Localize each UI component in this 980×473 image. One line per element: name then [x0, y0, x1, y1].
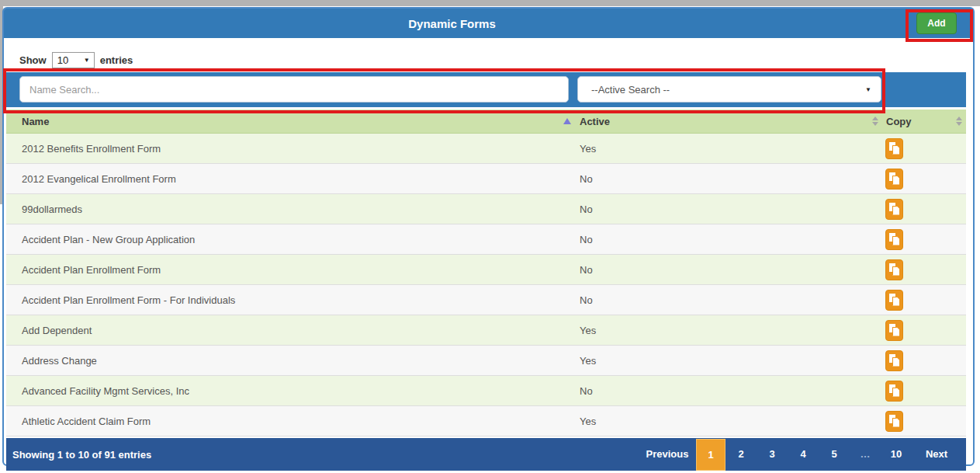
table-row: Advanced Facility Mgmt Services, Inc No	[6, 376, 966, 406]
page-size-select[interactable]: 10 ▼	[52, 52, 95, 68]
sort-unsorted-icon	[872, 117, 878, 126]
sort-unsorted-icon	[956, 117, 962, 126]
cell-active: No	[573, 194, 882, 224]
cell-form-name: 2012 Benefits Enrollment Form	[6, 134, 573, 164]
cell-copy	[882, 376, 966, 406]
pagination-item[interactable]: Next	[912, 438, 961, 471]
cell-copy	[882, 194, 966, 224]
pagination-item[interactable]: 3	[757, 438, 788, 471]
pagination-item[interactable]: 1	[696, 439, 725, 471]
active-search-selected-value: --Active Search --	[591, 84, 670, 96]
cell-form-name: Add Dependent	[6, 315, 573, 346]
cell-form-name: Advanced Facility Mgmt Services, Inc	[6, 376, 573, 406]
title-bar: Dynamic Forms Add	[4, 9, 973, 38]
show-entries-controls: Show 10 ▼ entries	[19, 51, 973, 68]
table-row: Accident Plan Enrollment Form - For Indi…	[6, 285, 966, 315]
table-row: 99dollarmeds No	[6, 194, 966, 224]
table-footer: Showing 1 to 10 of 91 entries Previous 1…	[6, 438, 966, 471]
cell-copy	[882, 255, 966, 285]
cell-active: Yes	[573, 315, 882, 346]
cell-active: Yes	[573, 134, 882, 164]
table-row: Accident Plan - New Group Application No	[6, 224, 966, 255]
pagination-item[interactable]: 10	[881, 438, 912, 471]
cell-active: Yes	[573, 346, 882, 376]
cell-copy	[882, 406, 966, 436]
cell-form-name: Athletic Accident Claim Form	[6, 406, 573, 436]
copy-button[interactable]	[885, 290, 903, 311]
cell-active: Yes	[573, 406, 882, 436]
entries-label: entries	[100, 54, 133, 66]
cell-copy	[882, 134, 966, 164]
dynamic-forms-panel: Dynamic Forms Add Show 10 ▼ entries --Ac…	[2, 7, 975, 466]
cell-form-name: 99dollarmeds	[6, 194, 573, 224]
forms-table: Name Active Copy 2012 Benefits Enrollmen…	[6, 110, 966, 436]
cell-copy	[882, 346, 966, 376]
copy-button[interactable]	[885, 259, 903, 280]
chevron-down-icon: ▼	[84, 57, 90, 64]
table-row: Athletic Accident Claim Form Yes	[6, 406, 966, 436]
pagination-item[interactable]: Previous	[639, 438, 696, 471]
copy-button[interactable]	[885, 320, 903, 341]
copy-button[interactable]	[885, 350, 903, 371]
pagination: Previous 1 2 3 4 5 … 10 Next	[639, 438, 966, 471]
column-header-copy[interactable]: Copy	[882, 110, 966, 134]
copy-button[interactable]	[885, 138, 903, 159]
cell-active: No	[573, 376, 882, 406]
column-header-active[interactable]: Active	[573, 110, 882, 134]
cell-copy	[882, 224, 966, 255]
cell-form-name: Accident Plan - New Group Application	[6, 224, 573, 255]
cell-form-name: Accident Plan Enrollment Form	[6, 255, 573, 285]
table-row: Address Change Yes	[6, 346, 966, 376]
cell-active: No	[573, 255, 882, 285]
pagination-item: …	[850, 438, 881, 471]
cell-form-name: 2012 Evangelical Enrollment Form	[6, 164, 573, 194]
table-row: Accident Plan Enrollment Form No	[6, 255, 966, 285]
cell-form-name: Address Change	[6, 346, 573, 376]
copy-button[interactable]	[885, 381, 903, 402]
table-row: Add Dependent Yes	[6, 315, 966, 346]
window-top-edge	[0, 0, 980, 6]
table-row: 2012 Benefits Enrollment Form Yes	[6, 134, 966, 164]
page-title: Dynamic Forms	[4, 17, 900, 30]
cell-copy	[882, 285, 966, 315]
table-body: 2012 Benefits Enrollment Form Yes 2012 E…	[6, 134, 966, 436]
name-search-input[interactable]	[19, 76, 569, 103]
table-header-row: Name Active Copy	[6, 110, 966, 134]
chevron-down-icon: ▼	[865, 86, 871, 93]
cell-form-name: Accident Plan Enrollment Form - For Indi…	[6, 285, 573, 315]
table-row: 2012 Evangelical Enrollment Form No	[6, 164, 966, 194]
sort-ascending-icon	[563, 118, 571, 124]
add-button[interactable]: Add	[916, 12, 956, 34]
copy-button[interactable]	[885, 229, 903, 250]
cell-active: No	[573, 285, 882, 315]
column-header-name[interactable]: Name	[6, 110, 573, 134]
search-bar: --Active Search -- ▼	[6, 72, 966, 107]
pagination-item[interactable]: 2	[725, 438, 757, 471]
title-bar-button-zone: Add	[900, 12, 973, 34]
show-label: Show	[19, 54, 47, 66]
pagination-item[interactable]: 4	[788, 438, 819, 471]
active-search-select[interactable]: --Active Search -- ▼	[577, 76, 881, 103]
cell-copy	[882, 315, 966, 346]
copy-button[interactable]	[885, 199, 903, 220]
entries-info: Showing 1 to 10 of 91 entries	[6, 449, 151, 461]
copy-button[interactable]	[885, 411, 903, 432]
copy-button[interactable]	[885, 169, 903, 190]
pagination-item[interactable]: 5	[819, 438, 850, 471]
cell-copy	[882, 164, 966, 194]
cell-active: No	[573, 224, 882, 255]
page-size-value: 10	[57, 54, 68, 66]
cell-active: No	[573, 164, 882, 194]
